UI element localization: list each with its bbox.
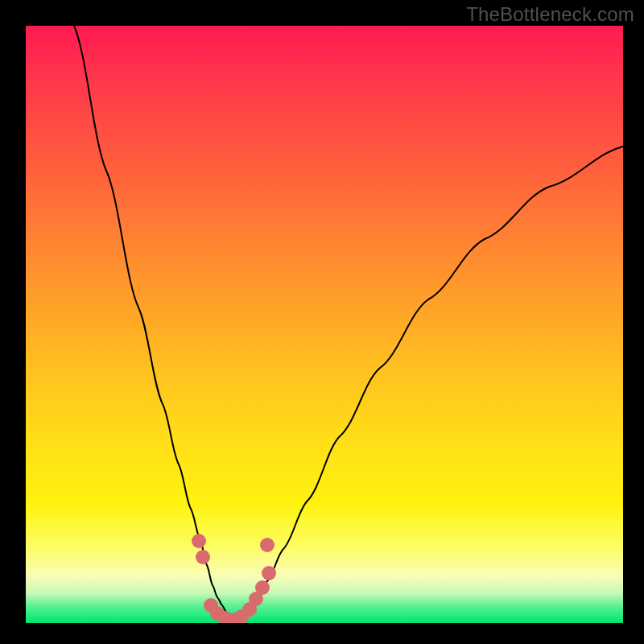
curve-layer [26,26,623,623]
data-marker [255,580,270,595]
data-marker [196,550,210,564]
data-marker [260,538,275,552]
chart-frame: TheBottleneck.com [0,0,644,644]
marker-group [192,534,276,623]
data-marker [192,534,206,548]
watermark-text: TheBottleneck.com [466,3,634,26]
curve-left-branch [74,26,232,621]
curve-right-branch [232,147,623,621]
data-marker [262,566,276,580]
plot-area [26,26,623,623]
